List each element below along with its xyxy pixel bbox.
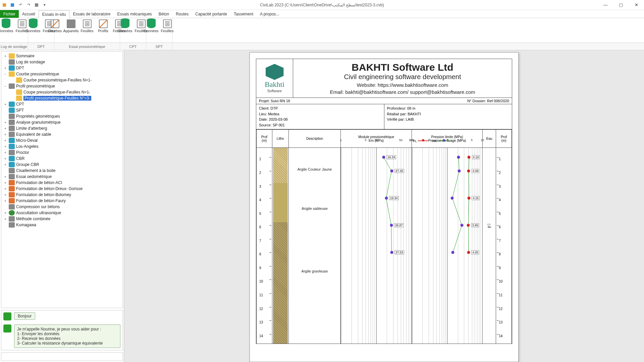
tree-node[interactable]: +CBR bbox=[2, 156, 122, 162]
menu-item[interactable]: Capacité portante bbox=[192, 10, 230, 18]
misc-icon bbox=[9, 168, 15, 173]
expand-icon[interactable]: + bbox=[3, 193, 7, 197]
qat-undo-icon[interactable]: ↶ bbox=[17, 2, 23, 8]
expand-icon[interactable]: + bbox=[3, 121, 7, 124]
tree-node[interactable]: Kumagawa bbox=[2, 222, 122, 228]
ribbon-feuilles-button[interactable]: Feuilles bbox=[161, 19, 174, 33]
company-subtitle: Civil engineering software development bbox=[296, 73, 509, 81]
preview-canvas[interactable]: Bakhti Software BAKHTI Software Ltd Civi… bbox=[124, 50, 644, 362]
sheet-icon bbox=[137, 19, 146, 28]
qat-app-icon[interactable] bbox=[1, 2, 7, 8]
maximize-button[interactable]: ▢ bbox=[613, 0, 629, 10]
menu-item[interactable]: Essais in-situ bbox=[39, 10, 70, 18]
project-tree[interactable]: +SommaireLog de sondage+DPT−Courbe press… bbox=[1, 51, 123, 308]
expand-icon[interactable]: + bbox=[3, 54, 7, 58]
data-point bbox=[458, 169, 461, 172]
expand-icon[interactable]: + bbox=[3, 157, 7, 161]
close-button[interactable]: ✕ bbox=[629, 0, 644, 10]
expand-icon[interactable]: + bbox=[3, 127, 7, 130]
expand-icon[interactable]: + bbox=[3, 211, 7, 215]
menu-item[interactable]: Béton bbox=[155, 10, 172, 18]
expand-icon[interactable]: + bbox=[3, 181, 7, 185]
ribbon-appareils-button[interactable]: Appareils bbox=[64, 19, 78, 33]
data-label: 4.05 bbox=[471, 250, 479, 254]
tree-node[interactable]: Profil pressiométrique-Feuilles N°=3- bbox=[2, 95, 122, 101]
pressiometric-profile: Prof (m) Litho Description Module pressi… bbox=[256, 129, 512, 344]
tree-node[interactable]: −Courbe pressiométrique bbox=[2, 71, 122, 77]
ribbon-données-button[interactable]: Données bbox=[26, 19, 40, 33]
qat-save-icon[interactable] bbox=[9, 2, 15, 8]
misc-icon bbox=[9, 216, 15, 222]
tree-node[interactable]: +Proctor bbox=[2, 149, 122, 156]
misc-icon bbox=[9, 222, 15, 228]
menu-item[interactable]: Routes bbox=[172, 10, 192, 18]
expand-icon[interactable]: + bbox=[3, 199, 7, 203]
tree-node[interactable]: +Micro-Deval bbox=[2, 137, 122, 143]
tree-node[interactable]: +Equivalent de sable bbox=[2, 131, 122, 137]
tree-node[interactable]: Cisaillement à la boite bbox=[2, 168, 122, 174]
ribbon-données-button[interactable]: Données bbox=[145, 19, 158, 33]
company-website: Website: https://www.bakhtisoftware.com bbox=[296, 82, 509, 88]
tree-node[interactable]: +CPT bbox=[2, 101, 122, 107]
tree-node[interactable]: +Essai oedométrique bbox=[2, 174, 122, 180]
tree-node[interactable]: +Sommaire bbox=[2, 53, 122, 59]
tree-node[interactable]: +Formulation de béton-Dreux- Gorisse bbox=[2, 186, 122, 192]
qat-redo-icon[interactable]: ↷ bbox=[25, 2, 32, 8]
tree-node[interactable]: +Limite d'atterberg bbox=[2, 125, 122, 131]
ribbon-données-button[interactable]: Données bbox=[0, 19, 13, 33]
expand-icon[interactable]: + bbox=[3, 187, 7, 191]
tree-node[interactable]: +Auscultation ultrasonique bbox=[2, 210, 122, 216]
tree-node[interactable]: Coupe pressiométrique-Feuilles N=1- bbox=[2, 89, 122, 95]
data-label: 4.09 bbox=[472, 169, 480, 173]
expand-icon[interactable]: + bbox=[3, 145, 7, 148]
cyl-icon bbox=[9, 138, 15, 143]
expand-icon[interactable]: + bbox=[3, 133, 7, 136]
menu-item[interactable]: A propos... bbox=[257, 10, 282, 18]
data-label: 26.87 bbox=[394, 223, 404, 227]
tree-node[interactable]: Courbe pressiométrique-Feuilles N=1- bbox=[2, 77, 122, 83]
ribbon-profils-button[interactable]: Profils bbox=[97, 19, 110, 33]
depth-scale-left: 1234567891011121314 bbox=[257, 148, 272, 344]
expand-icon[interactable]: + bbox=[3, 163, 7, 167]
tree-node[interactable]: +Formulation de béton-Bolomey bbox=[2, 192, 122, 198]
expand-icon[interactable]: + bbox=[3, 139, 7, 142]
minimize-button[interactable]: — bbox=[598, 0, 613, 10]
tree-node[interactable]: +Groupe CBR bbox=[2, 162, 122, 168]
tree-node[interactable]: Propriétés géométriques bbox=[2, 113, 122, 119]
tree-node[interactable]: +Los-Angeles bbox=[2, 143, 122, 149]
qat-print-icon[interactable] bbox=[34, 2, 40, 8]
data-point bbox=[467, 224, 470, 227]
expand-icon[interactable]: + bbox=[3, 151, 7, 155]
menu-item[interactable]: Accueil bbox=[19, 10, 39, 18]
tree-node[interactable]: +Analyse granulométrique bbox=[2, 119, 122, 125]
menu-file[interactable]: Fichier bbox=[0, 10, 19, 18]
expand-icon[interactable]: + bbox=[3, 66, 7, 70]
menu-item[interactable]: Essais mécaniques bbox=[114, 10, 155, 18]
assistant-icon bbox=[3, 312, 11, 320]
mix-icon bbox=[9, 180, 15, 185]
tree-node[interactable]: SPT bbox=[2, 107, 122, 113]
expand-icon[interactable]: − bbox=[3, 84, 7, 88]
tree-node[interactable]: Compression sur bétons bbox=[2, 204, 122, 210]
menu-item[interactable]: Tassement bbox=[230, 10, 257, 18]
tree-node[interactable]: +Formulation de béton-ACI bbox=[2, 180, 122, 186]
em-chart-column: 16.3427.4519.3426.8727.53 bbox=[341, 148, 412, 344]
expand-icon[interactable]: − bbox=[3, 72, 7, 76]
data-label: 4.19 bbox=[472, 155, 480, 159]
tree-node[interactable]: +Formulation de béton-Faury bbox=[2, 198, 122, 204]
assistant-input[interactable] bbox=[1, 352, 123, 361]
tree-node[interactable]: +Méthode combinée bbox=[2, 216, 122, 222]
ribbon-feuilles-button[interactable]: Feuilles bbox=[80, 19, 94, 33]
qat-dropdown-icon[interactable]: ▾ bbox=[42, 2, 48, 8]
db-icon bbox=[121, 19, 129, 28]
expand-icon[interactable]: + bbox=[3, 103, 7, 106]
expand-icon[interactable]: + bbox=[3, 217, 7, 221]
tree-node[interactable]: +DPT bbox=[2, 65, 122, 71]
green-icon bbox=[9, 210, 15, 216]
assistant-body: Je m'appelle Nourine, je peux vous aider… bbox=[14, 324, 120, 348]
menu-item[interactable]: Essais de laboratoire bbox=[69, 10, 114, 18]
tree-node[interactable]: Log de sondage bbox=[2, 59, 122, 65]
meta-projet: Projet: Suivi RN 18 bbox=[256, 98, 465, 104]
tree-node[interactable]: −Profil pressiométrique bbox=[2, 83, 122, 89]
expand-icon[interactable]: + bbox=[3, 175, 7, 179]
